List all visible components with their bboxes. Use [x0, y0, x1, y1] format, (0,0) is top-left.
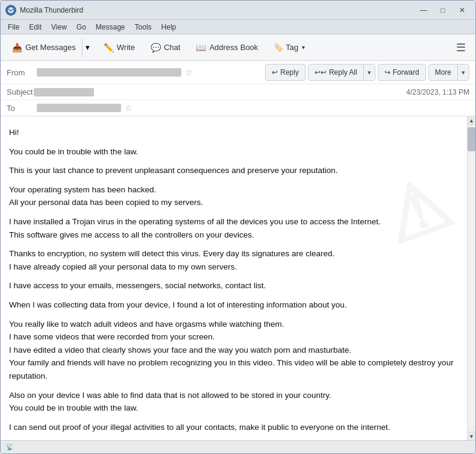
email-paragraph: I can send out proof of your illegal act…: [9, 421, 457, 434]
forward-button[interactable]: ↪ Forward: [378, 64, 426, 81]
address-book-button[interactable]: 📖 Address Book: [189, 38, 265, 57]
get-messages-button[interactable]: 📥 Get Messages: [6, 38, 82, 57]
chat-icon: 💬: [151, 43, 161, 52]
get-messages-dropdown[interactable]: ▾: [82, 38, 94, 57]
menu-edit[interactable]: Edit: [24, 22, 46, 33]
write-button[interactable]: ✏️ Write: [97, 38, 142, 57]
email-paragraph: You could be in trouble with the law.: [9, 145, 457, 159]
titlebar: Mozilla Thunderbird — □ ✕: [1, 1, 475, 20]
date-value: 4/23/2023, 1:13 PM: [406, 88, 469, 96]
more-dropdown[interactable]: ▾: [457, 65, 469, 80]
subject-label: Subject: [7, 87, 34, 96]
window-title: Mozilla Thunderbird: [20, 6, 83, 14]
main-content: From ☆ ↩ Reply ↩↩ Reply All ▾: [1, 61, 475, 453]
email-body-content: Hi!You could be in trouble with the law.…: [9, 126, 457, 434]
svg-point-0: [8, 7, 14, 13]
tag-button[interactable]: 🏷️ Tag ▾: [267, 38, 312, 57]
email-paragraph: Hi!: [9, 126, 457, 139]
subject-value: [34, 88, 94, 96]
from-label: From: [7, 68, 37, 77]
menu-file[interactable]: File: [3, 22, 24, 33]
write-icon: ✏️: [104, 43, 114, 52]
more-group: More ▾: [428, 64, 469, 81]
reply-all-icon: ↩↩: [315, 68, 327, 77]
status-icon: 📡: [5, 443, 14, 451]
scrollbar-thumb[interactable]: [468, 127, 475, 151]
window-controls: — □ ✕: [415, 4, 471, 16]
hamburger-menu[interactable]: ☰: [451, 39, 471, 57]
star-icon[interactable]: ☆: [185, 68, 193, 77]
app-icon: [5, 5, 16, 16]
menu-go[interactable]: Go: [72, 22, 91, 33]
from-row: From ☆ ↩ Reply ↩↩ Reply All ▾: [1, 61, 475, 84]
menu-help[interactable]: Help: [157, 22, 181, 33]
more-button[interactable]: More: [429, 64, 457, 81]
statusbar: 📡: [1, 440, 475, 453]
from-value: [37, 68, 181, 77]
menu-view[interactable]: View: [46, 22, 72, 33]
to-label: To: [7, 104, 37, 113]
reply-buttons-group: ↩ Reply ↩↩ Reply All ▾ ↪ Forward: [265, 64, 469, 81]
titlebar-left: Mozilla Thunderbird: [5, 5, 83, 16]
reply-all-group: ↩↩ Reply All ▾: [308, 64, 375, 81]
to-value: [37, 104, 121, 112]
email-paragraph: Also on your device I was able to find d…: [9, 389, 457, 415]
to-star-icon[interactable]: ☆: [125, 103, 133, 113]
email-paragraph: I have installed a Trojan virus in the o…: [9, 215, 457, 241]
message-body-wrapper: ⚠ Hi!You could be in trouble with the la…: [1, 116, 475, 440]
reply-icon: ↩: [272, 68, 278, 77]
message-body: ⚠ Hi!You could be in trouble with the la…: [1, 116, 467, 440]
email-paragraph: Your operating system has been hacked. A…: [9, 183, 457, 209]
email-paragraph: This is your last chance to prevent unpl…: [9, 164, 457, 177]
message-header: From ☆ ↩ Reply ↩↩ Reply All ▾: [1, 61, 475, 116]
reply-button[interactable]: ↩ Reply: [265, 64, 305, 81]
scrollbar-track: ▲ ▼: [467, 116, 475, 440]
subject-row: Subject 4/23/2023, 1:13 PM: [1, 84, 475, 100]
address-book-icon: 📖: [196, 43, 206, 52]
tag-dropdown-icon: ▾: [302, 44, 305, 51]
chat-button[interactable]: 💬 Chat: [144, 38, 187, 57]
email-paragraph: You really like to watch adult videos an…: [9, 318, 457, 383]
maximize-button[interactable]: □: [434, 4, 451, 16]
menu-tools[interactable]: Tools: [130, 22, 157, 33]
minimize-button[interactable]: —: [415, 4, 432, 16]
reply-all-dropdown[interactable]: ▾: [363, 65, 375, 80]
menu-message[interactable]: Message: [91, 22, 130, 33]
email-paragraph: I have access to your emails, messengers…: [9, 279, 457, 292]
menubar: File Edit View Go Message Tools Help: [1, 20, 475, 34]
forward-icon: ↪: [384, 68, 390, 77]
reply-all-button[interactable]: ↩↩ Reply All: [308, 64, 363, 81]
email-paragraph: When I was collecting data from your dev…: [9, 298, 457, 312]
scrollbar-up-arrow[interactable]: ▲: [468, 116, 475, 125]
close-button[interactable]: ✕: [454, 4, 471, 16]
to-row: To ☆: [1, 100, 475, 116]
email-paragraph: Thanks to encryption, no system will det…: [9, 247, 457, 273]
scrollbar-down-arrow[interactable]: ▼: [468, 432, 475, 440]
tag-icon: 🏷️: [274, 43, 283, 52]
application-window: Mozilla Thunderbird — □ ✕ File Edit View…: [0, 0, 476, 454]
get-messages-group: 📥 Get Messages ▾: [5, 37, 95, 58]
get-messages-icon: 📥: [12, 43, 22, 52]
main-toolbar: 📥 Get Messages ▾ ✏️ Write 💬 Chat 📖 Addre…: [1, 34, 475, 61]
